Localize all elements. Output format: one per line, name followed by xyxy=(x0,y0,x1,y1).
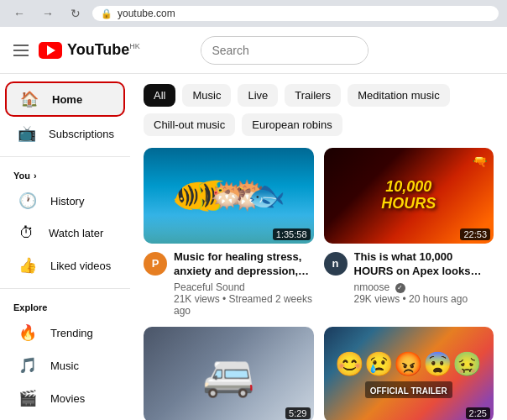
video-info-2: n This is what 10,000 HOURS on Apex look… xyxy=(324,250,494,305)
video-duration-2: 22:53 xyxy=(460,228,490,240)
chip-trailers[interactable]: Trailers xyxy=(285,84,341,107)
sidebar-item-movies[interactable]: 🎬 Movies xyxy=(5,382,125,414)
hamburger-menu[interactable] xyxy=(10,41,32,60)
video-card-3[interactable]: 🚐 5:29 C New SMALLEST but BIGGEST Luxury… xyxy=(144,327,314,420)
verified-badge-2: ✓ xyxy=(395,283,405,293)
divider-1 xyxy=(0,156,130,157)
movies-icon: 🎬 xyxy=(18,389,37,407)
watch-later-icon: ⏱ xyxy=(18,224,35,242)
yt-wordmark: YouTubeHK xyxy=(67,41,140,59)
video-card-4[interactable]: 😊😢😡😨🤢 OFFICIAL TRAILER 2:25 P Inside Out… xyxy=(324,327,494,420)
video-thumb-3: 🚐 5:29 xyxy=(144,327,314,420)
video-stats-2: 29K views • 20 hours ago xyxy=(354,293,494,305)
trending-label: Trending xyxy=(50,327,93,339)
video-thumb-1: 🐠🐡🐟 1:35:58 xyxy=(144,148,314,244)
gun-emoji: 🔫 xyxy=(473,155,487,168)
sidebar-item-home[interactable]: 🏠 Home xyxy=(5,81,125,117)
channel-name-1: Peaceful Sound xyxy=(174,281,314,293)
video-card-1[interactable]: 🐠🐡🐟 1:35:58 P Music for healing stress, … xyxy=(144,148,314,317)
chip-live[interactable]: Live xyxy=(238,84,278,107)
yt-country: HK xyxy=(129,42,140,50)
sidebar-item-subscriptions[interactable]: 📺 Subscriptions xyxy=(5,118,125,150)
channel-name-2: nmoose ✓ xyxy=(354,281,494,293)
video-title-2: This is what 10,000 HOURS on Apex looks … xyxy=(354,250,494,279)
video-thumb-2: 10,000HOURS 🔫 22:53 xyxy=(324,148,494,244)
chip-meditation[interactable]: Meditation music xyxy=(348,84,450,107)
insideout-overlay: OFFICIAL TRAILER xyxy=(365,381,452,398)
forward-button[interactable]: → xyxy=(37,5,59,22)
insideout-thumbnail: 😊😢😡😨🤢 OFFICIAL TRAILER xyxy=(324,327,494,420)
liked-videos-icon: 👍 xyxy=(18,256,37,275)
video-meta-1: Music for healing stress, anxiety and de… xyxy=(174,250,314,317)
topbar-left: YouTubeHK xyxy=(10,41,140,60)
trending-icon: 🔥 xyxy=(18,323,37,342)
browser-bar: ← → ↻ 🔒 youtube.com xyxy=(0,0,507,27)
chip-music[interactable]: Music xyxy=(182,84,231,107)
channel-avatar-2: n xyxy=(324,252,348,276)
sidebar: 🏠 Home 📺 Subscriptions You › 🕐 History ⏱… xyxy=(0,74,130,420)
sidebar-item-watch-later[interactable]: ⏱ Watch later xyxy=(5,218,125,249)
topbar: YouTubeHK xyxy=(0,27,507,74)
liked-videos-label: Liked videos xyxy=(50,260,111,272)
sidebar-subscriptions-label: Subscriptions xyxy=(49,128,114,140)
subscriptions-icon: 📺 xyxy=(18,124,35,143)
music-icon: 🎵 xyxy=(18,356,37,375)
you-chevron: › xyxy=(34,171,37,181)
chip-chillout[interactable]: Chill-out music xyxy=(144,113,235,136)
layout: 🏠 Home 📺 Subscriptions You › 🕐 History ⏱… xyxy=(0,74,507,420)
history-icon: 🕐 xyxy=(18,192,37,210)
topbar-center xyxy=(150,36,420,65)
lock-icon: 🔒 xyxy=(101,8,112,19)
filter-chips: All Music Live Trailers Meditation music… xyxy=(144,84,494,136)
apex-text: 10,000HOURS xyxy=(381,179,436,213)
search-input[interactable] xyxy=(201,44,368,57)
explore-label: Explore xyxy=(13,302,47,312)
video-duration-4: 2:25 xyxy=(466,407,490,419)
video-card-2[interactable]: 10,000HOURS 🔫 22:53 n This is what 10,00… xyxy=(324,148,494,317)
url-text: youtube.com xyxy=(118,8,175,19)
sidebar-home-label: Home xyxy=(52,93,82,106)
watch-later-label: Watch later xyxy=(49,227,103,239)
channel-avatar-1: P xyxy=(144,252,167,276)
chip-robins[interactable]: European robins xyxy=(242,113,342,136)
video-grid: 🐠🐡🐟 1:35:58 P Music for healing stress, … xyxy=(144,148,494,420)
search-box xyxy=(201,36,368,65)
you-label: You xyxy=(13,171,30,181)
back-button[interactable]: ← xyxy=(8,5,30,22)
video-meta-2: This is what 10,000 HOURS on Apex looks … xyxy=(354,250,494,305)
explore-section-label: Explore xyxy=(0,296,130,316)
youtube-logo[interactable]: YouTubeHK xyxy=(39,41,140,59)
insideout-emoji: 😊😢😡😨🤢 xyxy=(335,350,482,378)
video-duration-3: 5:29 xyxy=(285,407,310,419)
you-section-label[interactable]: You › xyxy=(0,164,130,184)
history-label: History xyxy=(50,195,84,207)
sidebar-item-music[interactable]: 🎵 Music xyxy=(5,349,125,381)
van-thumbnail: 🚐 xyxy=(144,327,314,420)
van-emoji: 🚐 xyxy=(202,350,254,399)
video-duration-1: 1:35:58 xyxy=(273,228,311,240)
chip-all[interactable]: All xyxy=(144,84,175,107)
sidebar-item-trending[interactable]: 🔥 Trending xyxy=(5,317,125,349)
video-title-1: Music for healing stress, anxiety and de… xyxy=(174,250,314,279)
main-content: All Music Live Trailers Meditation music… xyxy=(130,74,507,420)
divider-2 xyxy=(0,288,130,289)
video-thumb-4: 😊😢😡😨🤢 OFFICIAL TRAILER 2:25 xyxy=(324,327,494,420)
sidebar-item-live[interactable]: 📡 Live xyxy=(5,415,125,420)
home-icon: 🏠 xyxy=(20,90,39,108)
movies-label: Movies xyxy=(50,392,85,405)
video-stats-1: 21K views • Streamed 2 weeks ago xyxy=(174,293,314,317)
reload-button[interactable]: ↻ xyxy=(65,5,86,22)
video-info-1: P Music for healing stress, anxiety and … xyxy=(144,250,314,317)
sidebar-item-liked-videos[interactable]: 👍 Liked videos xyxy=(5,249,125,281)
fish-emoji: 🐠🐡🐟 xyxy=(172,178,285,213)
address-bar[interactable]: 🔒 youtube.com xyxy=(92,6,499,21)
music-label: Music xyxy=(50,360,79,372)
yt-icon xyxy=(39,42,62,59)
sidebar-item-history[interactable]: 🕐 History xyxy=(5,185,125,217)
